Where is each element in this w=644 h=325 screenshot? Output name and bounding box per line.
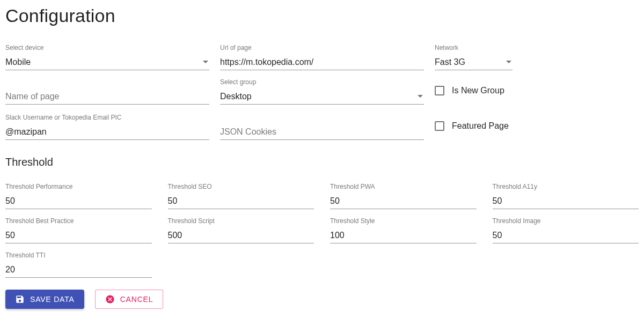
threshold-image-value: 50 [493,231,639,240]
threshold-seo-label: Threshold SEO [168,183,314,190]
threshold-heading: Threshold [5,156,639,168]
threshold-style-input[interactable]: Threshold Style 100 [330,215,477,243]
name-placeholder: Name of page [5,92,209,101]
threshold-tti-input[interactable]: Threshold TTI 20 [5,249,152,278]
url-input[interactable]: Url of page https://m.tokopedia.com/ [220,41,424,70]
page-title: Configuration [5,5,639,26]
threshold-style-label: Threshold Style [330,218,477,224]
slack-value: @mazipan [5,127,209,137]
save-button[interactable]: Save Data [5,290,84,309]
cancel-button[interactable]: Cancel [95,290,164,309]
cancel-button-label: Cancel [120,295,153,304]
threshold-image-label: Threshold Image [493,218,639,224]
threshold-a11y-label: Threshold A11y [493,183,639,190]
cookies-placeholder: JSON Cookies [220,127,424,137]
threshold-performance-label: Threshold Performance [5,183,152,190]
threshold-a11y-input[interactable]: Threshold A11y 50 [493,180,639,209]
cookies-input[interactable]: . JSON Cookies [220,111,424,141]
chevron-down-icon [506,61,511,63]
device-select[interactable]: Select device Mobile [5,41,209,70]
chevron-down-icon [203,61,208,63]
threshold-pwa-input[interactable]: Threshold PWA 50 [330,180,477,209]
threshold-seo-value: 50 [168,196,314,206]
featured-label: Featured Page [452,121,509,131]
network-value: Fast 3G [435,57,503,67]
chevron-down-icon [418,95,423,98]
checkbox-icon [435,86,444,95]
group-select[interactable]: Select group Desktop [220,76,424,106]
checkbox-icon [435,121,444,131]
name-input[interactable]: . Name of page [5,76,209,106]
slack-input[interactable]: Slack Username or Tokopedia Email PIC @m… [5,111,209,141]
cancel-icon [105,294,115,304]
threshold-tti-value: 20 [5,265,152,275]
threshold-performance-value: 50 [5,196,152,206]
group-value: Desktop [220,92,414,101]
device-value: Mobile [5,57,200,67]
threshold-script-label: Threshold Script [168,218,314,224]
group-label: Select group [220,79,424,85]
threshold-style-value: 100 [330,231,477,240]
threshold-performance-input[interactable]: Threshold Performance 50 [5,180,152,209]
threshold-best-practice-input[interactable]: Threshold Best Practice 50 [5,215,152,243]
save-icon [15,294,25,304]
threshold-tti-label: Threshold TTI [5,252,152,258]
save-button-label: Save Data [30,295,75,304]
threshold-seo-input[interactable]: Threshold SEO 50 [168,180,314,209]
featured-checkbox[interactable]: Featured Page [435,111,639,141]
new-group-checkbox[interactable]: Is New Group [435,76,639,106]
threshold-best-practice-label: Threshold Best Practice [5,218,152,224]
network-select[interactable]: Network Fast 3G [435,41,513,70]
slack-label: Slack Username or Tokopedia Email PIC [5,114,209,121]
device-label: Select device [5,45,209,51]
new-group-label: Is New Group [452,86,504,95]
url-value: https://m.tokopedia.com/ [220,57,424,67]
threshold-pwa-label: Threshold PWA [330,183,477,190]
network-label: Network [435,45,513,51]
threshold-script-value: 500 [168,231,314,240]
threshold-a11y-value: 50 [493,196,639,206]
threshold-pwa-value: 50 [330,196,477,206]
threshold-image-input[interactable]: Threshold Image 50 [493,215,639,243]
threshold-best-practice-value: 50 [5,231,152,240]
url-label: Url of page [220,45,424,51]
threshold-script-input[interactable]: Threshold Script 500 [168,215,314,243]
